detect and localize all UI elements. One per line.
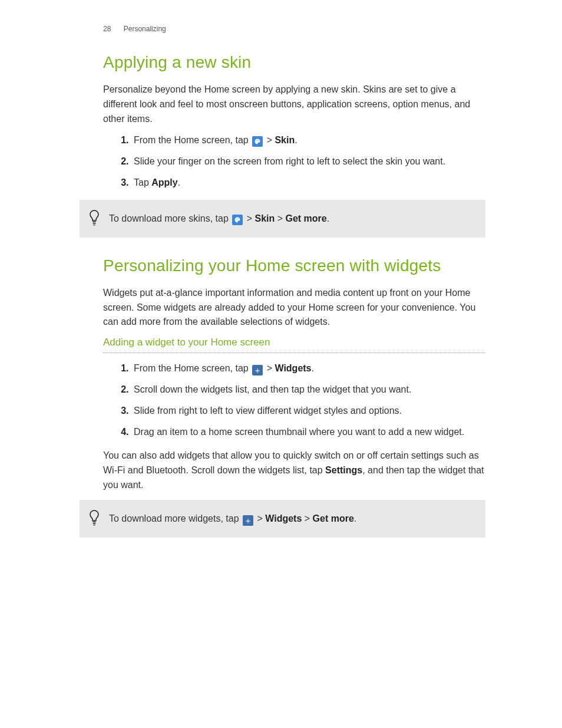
tip-text-part: . — [327, 213, 329, 223]
tip-text: To download more widgets, tap ＋ > Widget… — [109, 512, 356, 526]
outro-text-bold: Settings — [325, 465, 362, 475]
step-item: Slide your finger on the screen from rig… — [131, 154, 485, 169]
step-item: From the Home screen, tap ＋ > Widgets. — [131, 361, 485, 376]
step-item: Slide from right to left to view differe… — [131, 404, 485, 419]
plus-glyph: ＋ — [244, 516, 252, 525]
tip-box: To download more skins, tap > Skin > Get… — [80, 200, 485, 238]
step-text: Tap — [134, 177, 151, 187]
svg-point-0 — [256, 141, 257, 141]
step-text-bold: Skin — [275, 135, 295, 145]
step-text: . — [295, 135, 297, 145]
plus-icon: ＋ — [243, 515, 253, 526]
subhead-rule: Adding a widget to your Home screen — [103, 337, 485, 353]
svg-point-1 — [257, 140, 257, 141]
tip-text-bold: Get more — [285, 213, 326, 223]
section-name: Personalizing — [124, 25, 166, 33]
svg-rect-4 — [93, 223, 96, 224]
svg-rect-9 — [92, 521, 96, 522]
svg-rect-5 — [93, 225, 95, 225]
step-text: . — [312, 363, 314, 373]
tip-text: To download more skins, tap > Skin > Get… — [109, 212, 329, 226]
tip-text-part: > — [302, 513, 312, 523]
step-text: From the Home screen, tap — [134, 135, 251, 145]
tip-text-part: To download more skins, tap — [109, 213, 231, 223]
tip-text-bold: Widgets — [265, 513, 302, 523]
palette-icon — [252, 136, 263, 147]
svg-rect-10 — [93, 523, 96, 524]
tip-text-bold: Skin — [254, 213, 275, 223]
svg-rect-11 — [93, 525, 95, 525]
step-text: Slide from right to left to view differe… — [134, 406, 402, 416]
plus-icon: ＋ — [252, 365, 263, 375]
heading-applying-new-skin: Applying a new skin — [103, 53, 485, 72]
step-text: > — [264, 135, 275, 145]
bulb-icon — [88, 509, 101, 528]
section2-steps: From the Home screen, tap ＋ > Widgets. S… — [103, 361, 485, 439]
page-header: 28 Personalizing — [103, 25, 485, 33]
svg-point-8 — [238, 219, 239, 219]
tip-text-part: > — [244, 213, 254, 223]
step-text: Scroll down the widgets list, and then t… — [134, 384, 411, 394]
section2-outro: You can also add widgets that allow you … — [103, 449, 485, 492]
step-text: > — [264, 363, 275, 373]
step-item: Tap Apply. — [131, 176, 485, 190]
section1-intro: Personalize beyond the Home screen by ap… — [103, 83, 485, 126]
tip-text-part: To download more widgets, tap — [109, 513, 242, 523]
bulb-icon — [88, 209, 101, 228]
heading-personalizing-widgets: Personalizing your Home screen with widg… — [103, 256, 485, 275]
section2-intro: Widgets put at-a-glance important inform… — [103, 286, 485, 330]
tip-text-part: . — [354, 513, 356, 523]
svg-point-2 — [258, 140, 259, 141]
palette-icon — [232, 215, 243, 225]
tip-text-part: > — [254, 513, 265, 523]
step-item: From the Home screen, tap > Skin. — [131, 133, 485, 148]
step-text: Slide your finger on the screen from rig… — [134, 156, 445, 166]
step-text: . — [178, 177, 180, 187]
svg-point-7 — [237, 218, 237, 219]
tip-box: To download more widgets, tap ＋ > Widget… — [80, 500, 485, 538]
step-item: Scroll down the widgets list, and then t… — [131, 383, 485, 397]
subhead-adding-widget: Adding a widget to your Home screen — [103, 337, 485, 350]
page: 28 Personalizing Applying a new skin Per… — [0, 0, 562, 728]
svg-rect-3 — [92, 221, 96, 222]
step-text: From the Home screen, tap — [134, 363, 251, 373]
plus-glyph: ＋ — [253, 366, 262, 374]
step-item: Drag an item to a home screen thumbnail … — [131, 425, 485, 440]
tip-text-bold: Get more — [313, 513, 354, 523]
step-text: Drag an item to a home screen thumbnail … — [134, 427, 464, 437]
section1-steps: From the Home screen, tap > Skin. Slide … — [103, 133, 485, 190]
step-text-bold: Apply — [151, 177, 177, 187]
svg-point-6 — [236, 219, 237, 219]
page-number: 28 — [103, 25, 111, 33]
step-text-bold: Widgets — [275, 363, 311, 373]
tip-text-part: > — [275, 213, 285, 223]
